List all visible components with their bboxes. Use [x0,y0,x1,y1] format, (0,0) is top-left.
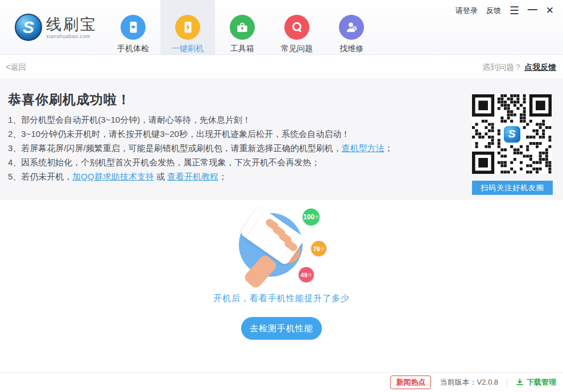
footer-divider [507,378,507,387]
click-feedback-link[interactable]: 点我反馈 [524,62,556,72]
app-logo: S 线刷宝 xianshuabao.com [15,14,97,41]
close-icon[interactable]: ✕ [546,6,554,15]
score-badge: 100分 [303,208,320,226]
back-button[interactable]: <返回 [6,62,26,73]
brand-name: 线刷宝 [46,16,97,33]
test-performance-button[interactable]: 去检测手机性能 [241,317,322,340]
tip-line: 4、因系统初始化，个别机型首次开机会发热，属正常现象，下次开机不会再发热； [8,155,393,169]
scan-follow-button[interactable]: 扫码关注好机友圈 [472,181,553,195]
nav-item-5[interactable]: 找维修 [324,0,379,55]
news-hot-badge[interactable]: 新闻热点 [390,376,431,389]
problem-hint: 遇到问题？ 点我反馈 [482,62,556,73]
tip-link[interactable]: 查看开机教程 [167,172,218,181]
brand-logo-icon: S [15,14,42,41]
nav-item-label: 一键刷机 [172,44,204,54]
tip-line: 5、若仍未开机，加QQ群求助技术支持 或 查看开机教程； [8,169,393,184]
brand-domain: xianshuabao.com [46,34,97,39]
perf-caption: 开机后，看看手机性能提升了多少 [0,293,563,304]
nav-item-label: 工具箱 [230,44,254,54]
problem-hint-text: 遇到问题？ [482,62,522,72]
toolbox-icon [230,15,255,40]
footer-bar: 新闻热点 当前版本：V2.0.8 下载管理 [0,372,563,392]
window-controls: 请登录 反馈 ☰ — ✕ [456,5,554,16]
tip-number: 3、 [8,143,21,153]
repair-icon [339,15,364,40]
nav-item-4[interactable]: 常见问题 [270,0,324,55]
tips-list: 1、部分机型会自动开机(3~10分钟)，请耐心等待，先休息片刻！2、3~10分钟… [8,112,393,184]
score-badge: 78分 [311,241,326,256]
tip-line: 1、部分机型会自动开机(3~10分钟)，请耐心等待，先休息片刻！ [8,112,393,127]
main-nav: 手机体检一键刷机工具箱常见问题找维修 [106,0,379,55]
qr-block: S 扫码关注好机友圈 [472,94,553,195]
success-title: 恭喜你刷机成功啦！ [8,91,131,109]
app-header: S 线刷宝 xianshuabao.com 手机体检一键刷机工具箱常见问题找维修… [0,0,563,55]
score-badge: 49分 [299,267,314,282]
phone-hand-illustration: 100分78分49分 [232,207,334,286]
sub-header: <返回 遇到问题？ 点我反馈 [0,56,563,78]
tip-number: 4、 [8,157,21,167]
tip-text: 或 [154,172,167,181]
tip-text: 3~10分钟仍未开机时，请长按开机键3~20秒，出现开机迹象后松开，系统会自动启… [21,129,350,139]
tip-link[interactable]: 查机型方法 [342,143,384,153]
nav-item-label: 常见问题 [281,44,313,54]
qr-logo-icon: S [504,126,520,143]
download-icon [516,378,524,386]
tip-text: 若仍未开机， [21,172,72,181]
nav-item-1[interactable]: 手机体检 [106,0,160,55]
tip-text: 因系统初始化，个别机型首次开机会发热，属正常现象，下次开机不会再发热； [21,157,320,167]
success-panel: 恭喜你刷机成功啦！ 1、部分机型会自动开机(3~10分钟)，请耐心等待，先休息片… [0,78,563,200]
qr-code: S [472,94,552,174]
tip-line: 2、3~10分钟仍未开机时，请长按开机键3~20秒，出现开机迹象后松开，系统会自… [8,127,393,141]
qr-logo-frame: S [502,124,522,144]
question-icon [284,15,309,40]
phone-health-icon [121,15,146,40]
minimize-icon[interactable]: — [528,5,537,14]
nav-item-label: 手机体检 [117,44,149,54]
flash-phone-icon [175,15,200,40]
tip-text: 部分机型会自动开机(3~10分钟)，请耐心等待，先休息片刻！ [21,115,251,124]
nav-item-2[interactable]: 一键刷机 [160,0,215,55]
download-manager-button[interactable]: 下载管理 [516,377,556,387]
menu-icon[interactable]: ☰ [510,5,519,16]
feedback-link[interactable]: 反馈 [486,6,501,16]
tip-link[interactable]: 加QQ群求助技术支持 [72,172,154,181]
version-label: 当前版本：V2.0.8 [440,377,498,387]
nav-item-3[interactable]: 工具箱 [215,0,270,55]
login-link[interactable]: 请登录 [456,6,478,16]
tip-line: 3、若屏幕花屏/闪屏/频繁重启，可能是刷错机型或刷机包，请重新选择正确的机型刷机… [8,141,393,155]
tip-text: ； [384,143,393,153]
tip-number: 1、 [8,115,21,124]
tip-text: ； [218,172,227,181]
tip-number: 2、 [8,129,21,139]
nav-item-label: 找维修 [340,44,363,54]
tip-number: 5、 [8,172,21,181]
tip-text: 若屏幕花屏/闪屏/频繁重启，可能是刷错机型或刷机包，请重新选择正确的机型刷机， [21,143,341,153]
